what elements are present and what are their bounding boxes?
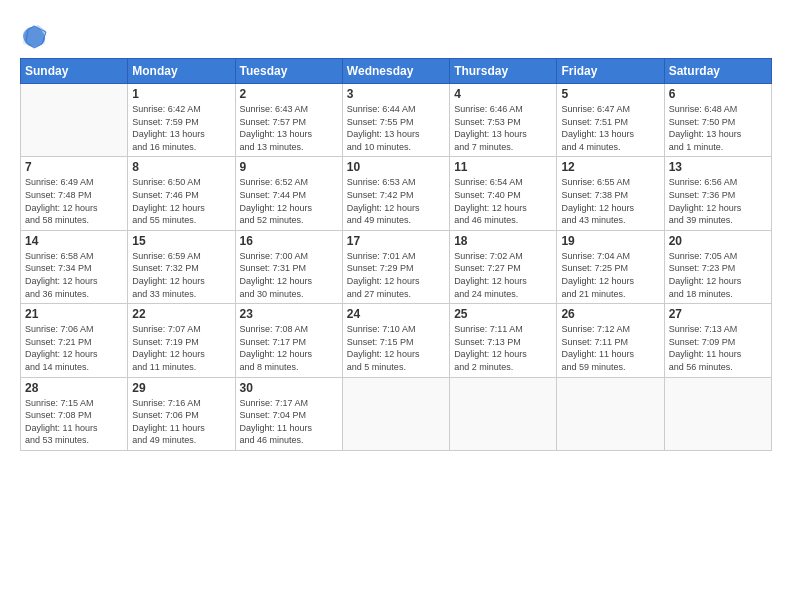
day-number: 21 xyxy=(25,307,123,321)
weekday-header-row: SundayMondayTuesdayWednesdayThursdayFrid… xyxy=(21,59,772,84)
day-cell xyxy=(342,377,449,450)
day-number: 8 xyxy=(132,160,230,174)
day-cell: 28Sunrise: 7:15 AM Sunset: 7:08 PM Dayli… xyxy=(21,377,128,450)
day-info: Sunrise: 7:12 AM Sunset: 7:11 PM Dayligh… xyxy=(561,323,659,373)
logo xyxy=(20,22,52,50)
week-row-4: 28Sunrise: 7:15 AM Sunset: 7:08 PM Dayli… xyxy=(21,377,772,450)
day-info: Sunrise: 7:05 AM Sunset: 7:23 PM Dayligh… xyxy=(669,250,767,300)
day-number: 27 xyxy=(669,307,767,321)
day-info: Sunrise: 7:01 AM Sunset: 7:29 PM Dayligh… xyxy=(347,250,445,300)
day-cell: 2Sunrise: 6:43 AM Sunset: 7:57 PM Daylig… xyxy=(235,84,342,157)
day-cell: 15Sunrise: 6:59 AM Sunset: 7:32 PM Dayli… xyxy=(128,230,235,303)
day-number: 24 xyxy=(347,307,445,321)
day-info: Sunrise: 7:11 AM Sunset: 7:13 PM Dayligh… xyxy=(454,323,552,373)
day-cell: 23Sunrise: 7:08 AM Sunset: 7:17 PM Dayli… xyxy=(235,304,342,377)
page: SundayMondayTuesdayWednesdayThursdayFrid… xyxy=(0,0,792,612)
day-cell: 16Sunrise: 7:00 AM Sunset: 7:31 PM Dayli… xyxy=(235,230,342,303)
day-number: 2 xyxy=(240,87,338,101)
day-number: 18 xyxy=(454,234,552,248)
week-row-1: 7Sunrise: 6:49 AM Sunset: 7:48 PM Daylig… xyxy=(21,157,772,230)
day-number: 30 xyxy=(240,381,338,395)
day-number: 20 xyxy=(669,234,767,248)
day-cell: 8Sunrise: 6:50 AM Sunset: 7:46 PM Daylig… xyxy=(128,157,235,230)
day-cell: 25Sunrise: 7:11 AM Sunset: 7:13 PM Dayli… xyxy=(450,304,557,377)
week-row-0: 1Sunrise: 6:42 AM Sunset: 7:59 PM Daylig… xyxy=(21,84,772,157)
day-cell xyxy=(557,377,664,450)
weekday-header-saturday: Saturday xyxy=(664,59,771,84)
day-info: Sunrise: 6:44 AM Sunset: 7:55 PM Dayligh… xyxy=(347,103,445,153)
day-cell: 4Sunrise: 6:46 AM Sunset: 7:53 PM Daylig… xyxy=(450,84,557,157)
day-cell: 7Sunrise: 6:49 AM Sunset: 7:48 PM Daylig… xyxy=(21,157,128,230)
day-cell: 13Sunrise: 6:56 AM Sunset: 7:36 PM Dayli… xyxy=(664,157,771,230)
day-info: Sunrise: 6:49 AM Sunset: 7:48 PM Dayligh… xyxy=(25,176,123,226)
day-cell: 18Sunrise: 7:02 AM Sunset: 7:27 PM Dayli… xyxy=(450,230,557,303)
day-info: Sunrise: 7:10 AM Sunset: 7:15 PM Dayligh… xyxy=(347,323,445,373)
day-info: Sunrise: 6:53 AM Sunset: 7:42 PM Dayligh… xyxy=(347,176,445,226)
day-number: 13 xyxy=(669,160,767,174)
day-cell: 20Sunrise: 7:05 AM Sunset: 7:23 PM Dayli… xyxy=(664,230,771,303)
day-number: 6 xyxy=(669,87,767,101)
day-number: 23 xyxy=(240,307,338,321)
day-cell: 3Sunrise: 6:44 AM Sunset: 7:55 PM Daylig… xyxy=(342,84,449,157)
day-cell: 11Sunrise: 6:54 AM Sunset: 7:40 PM Dayli… xyxy=(450,157,557,230)
day-cell: 30Sunrise: 7:17 AM Sunset: 7:04 PM Dayli… xyxy=(235,377,342,450)
day-info: Sunrise: 7:08 AM Sunset: 7:17 PM Dayligh… xyxy=(240,323,338,373)
day-info: Sunrise: 7:16 AM Sunset: 7:06 PM Dayligh… xyxy=(132,397,230,447)
weekday-header-wednesday: Wednesday xyxy=(342,59,449,84)
day-number: 28 xyxy=(25,381,123,395)
day-info: Sunrise: 7:17 AM Sunset: 7:04 PM Dayligh… xyxy=(240,397,338,447)
day-info: Sunrise: 6:42 AM Sunset: 7:59 PM Dayligh… xyxy=(132,103,230,153)
day-info: Sunrise: 6:56 AM Sunset: 7:36 PM Dayligh… xyxy=(669,176,767,226)
day-number: 22 xyxy=(132,307,230,321)
day-number: 1 xyxy=(132,87,230,101)
day-cell: 21Sunrise: 7:06 AM Sunset: 7:21 PM Dayli… xyxy=(21,304,128,377)
weekday-header-tuesday: Tuesday xyxy=(235,59,342,84)
day-number: 26 xyxy=(561,307,659,321)
day-number: 4 xyxy=(454,87,552,101)
day-number: 12 xyxy=(561,160,659,174)
day-info: Sunrise: 6:52 AM Sunset: 7:44 PM Dayligh… xyxy=(240,176,338,226)
day-cell: 9Sunrise: 6:52 AM Sunset: 7:44 PM Daylig… xyxy=(235,157,342,230)
day-info: Sunrise: 7:15 AM Sunset: 7:08 PM Dayligh… xyxy=(25,397,123,447)
day-info: Sunrise: 7:04 AM Sunset: 7:25 PM Dayligh… xyxy=(561,250,659,300)
day-cell: 24Sunrise: 7:10 AM Sunset: 7:15 PM Dayli… xyxy=(342,304,449,377)
day-cell: 26Sunrise: 7:12 AM Sunset: 7:11 PM Dayli… xyxy=(557,304,664,377)
day-info: Sunrise: 6:46 AM Sunset: 7:53 PM Dayligh… xyxy=(454,103,552,153)
header xyxy=(20,18,772,50)
weekday-header-monday: Monday xyxy=(128,59,235,84)
day-number: 17 xyxy=(347,234,445,248)
day-number: 10 xyxy=(347,160,445,174)
weekday-header-thursday: Thursday xyxy=(450,59,557,84)
day-cell: 14Sunrise: 6:58 AM Sunset: 7:34 PM Dayli… xyxy=(21,230,128,303)
day-number: 29 xyxy=(132,381,230,395)
day-info: Sunrise: 6:47 AM Sunset: 7:51 PM Dayligh… xyxy=(561,103,659,153)
day-cell: 17Sunrise: 7:01 AM Sunset: 7:29 PM Dayli… xyxy=(342,230,449,303)
weekday-header-sunday: Sunday xyxy=(21,59,128,84)
day-number: 19 xyxy=(561,234,659,248)
day-info: Sunrise: 6:58 AM Sunset: 7:34 PM Dayligh… xyxy=(25,250,123,300)
day-info: Sunrise: 7:07 AM Sunset: 7:19 PM Dayligh… xyxy=(132,323,230,373)
day-info: Sunrise: 6:48 AM Sunset: 7:50 PM Dayligh… xyxy=(669,103,767,153)
day-cell: 12Sunrise: 6:55 AM Sunset: 7:38 PM Dayli… xyxy=(557,157,664,230)
day-cell: 1Sunrise: 6:42 AM Sunset: 7:59 PM Daylig… xyxy=(128,84,235,157)
day-number: 14 xyxy=(25,234,123,248)
day-cell xyxy=(21,84,128,157)
week-row-2: 14Sunrise: 6:58 AM Sunset: 7:34 PM Dayli… xyxy=(21,230,772,303)
day-info: Sunrise: 7:00 AM Sunset: 7:31 PM Dayligh… xyxy=(240,250,338,300)
day-info: Sunrise: 7:06 AM Sunset: 7:21 PM Dayligh… xyxy=(25,323,123,373)
day-cell: 19Sunrise: 7:04 AM Sunset: 7:25 PM Dayli… xyxy=(557,230,664,303)
day-number: 16 xyxy=(240,234,338,248)
day-info: Sunrise: 6:54 AM Sunset: 7:40 PM Dayligh… xyxy=(454,176,552,226)
logo-icon xyxy=(20,22,48,50)
day-number: 5 xyxy=(561,87,659,101)
day-cell: 10Sunrise: 6:53 AM Sunset: 7:42 PM Dayli… xyxy=(342,157,449,230)
day-info: Sunrise: 6:55 AM Sunset: 7:38 PM Dayligh… xyxy=(561,176,659,226)
weekday-header-friday: Friday xyxy=(557,59,664,84)
day-cell xyxy=(450,377,557,450)
day-cell xyxy=(664,377,771,450)
day-cell: 22Sunrise: 7:07 AM Sunset: 7:19 PM Dayli… xyxy=(128,304,235,377)
day-info: Sunrise: 7:13 AM Sunset: 7:09 PM Dayligh… xyxy=(669,323,767,373)
day-cell: 6Sunrise: 6:48 AM Sunset: 7:50 PM Daylig… xyxy=(664,84,771,157)
day-number: 25 xyxy=(454,307,552,321)
day-cell: 5Sunrise: 6:47 AM Sunset: 7:51 PM Daylig… xyxy=(557,84,664,157)
